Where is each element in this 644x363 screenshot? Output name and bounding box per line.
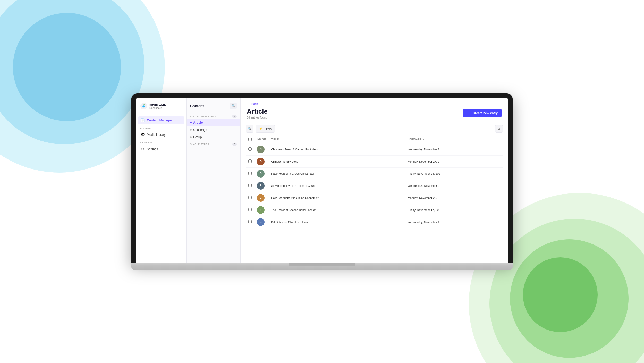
table-search-button[interactable]: 🔍 [246, 125, 253, 133]
sidebar-item-settings[interactable]: ⚙ Settings [138, 145, 184, 153]
search-icon: 🔍 [232, 104, 235, 108]
content-manager-icon: 📄 [141, 118, 145, 122]
row-title: Climate-friendly Diets [268, 155, 405, 167]
table-row[interactable]: G Have Yourself a Green Christmas! Frida… [246, 167, 503, 180]
app-name: eevie CMS [149, 103, 166, 107]
cms-application: eevie CMS Dashboard 📄 Content Manager PL… [136, 98, 508, 263]
row-checkbox[interactable] [248, 220, 252, 223]
settings-icon: ⚙ [141, 147, 145, 151]
row-checkbox[interactable] [248, 184, 252, 187]
main-content-area: ← Back Article 38 entries found + [241, 98, 508, 263]
article-thumbnail: P [257, 182, 265, 190]
filter-button[interactable]: ⚡ Filters [256, 125, 275, 133]
back-arrow-icon: ← [247, 102, 250, 106]
th-title[interactable]: TITLE [268, 136, 405, 143]
article-thumbnail: B [257, 218, 265, 226]
collection-item-group[interactable]: Group [187, 133, 240, 141]
general-section-label: GENERAL [138, 139, 184, 145]
sidebar-navigation: 📄 Content Manager PLUGINS 🖼 Media Librar… [136, 113, 186, 263]
collection-item-label: Article [193, 121, 203, 124]
articles-table: IMAGE TITLE LIVEDATE ▼ [246, 136, 503, 228]
circle-blue-mid [0, 0, 144, 144]
collection-item-challenge[interactable]: Challenge [187, 126, 240, 133]
th-image: IMAGE [254, 136, 268, 143]
title-block: Article 38 entries found [247, 107, 268, 119]
circle-blue-inner [13, 13, 121, 121]
row-livedate: Wednesday, November 2 [405, 143, 503, 155]
row-image-cell: E [254, 192, 268, 204]
row-checkbox-cell [246, 167, 254, 180]
circle-green-core [523, 257, 598, 332]
filter-icon: ⚡ [259, 127, 262, 130]
sidebar-item-media-library[interactable]: 🖼 Media Library [138, 131, 184, 139]
back-link[interactable]: ← Back [247, 102, 502, 106]
row-livedate: Monday, November 20, 2 [405, 192, 503, 204]
app-logo-icon [140, 103, 147, 110]
laptop-frame: eevie CMS Dashboard 📄 Content Manager PL… [131, 93, 513, 270]
row-image-cell: F [254, 204, 268, 216]
row-checkbox-cell [246, 143, 254, 155]
select-all-checkbox[interactable] [248, 138, 252, 141]
media-library-icon: 🖼 [141, 133, 145, 137]
sidebar: eevie CMS Dashboard 📄 Content Manager PL… [136, 98, 187, 263]
single-types-label: SINGLE TYPES [190, 143, 209, 146]
main-header: ← Back Article 38 entries found + [241, 98, 508, 122]
sidebar-item-content-manager[interactable]: 📄 Content Manager [138, 116, 184, 124]
sidebar-logo-area: eevie CMS Dashboard [136, 98, 186, 113]
table-row[interactable]: F The Power of Second-hand Fashion Frida… [246, 204, 503, 216]
row-checkbox[interactable] [248, 147, 252, 151]
table-row[interactable]: C Christmas Trees & Carbon Footprints We… [246, 143, 503, 155]
table-area: 🔍 ⚡ Filters ⚙ [241, 122, 508, 263]
table-row[interactable]: D Climate-friendly Diets Monday, Novembe… [246, 155, 503, 167]
table-row[interactable]: P Staying Positive in a Climate Crisis W… [246, 180, 503, 192]
row-livedate: Friday, November 17, 202 [405, 204, 503, 216]
collection-types-count: 3 [232, 115, 237, 118]
active-dot [190, 122, 192, 123]
circle-green-inner [510, 239, 629, 358]
single-types-section: SINGLE TYPES 0 [187, 141, 240, 147]
article-thumbnail: C [257, 146, 265, 153]
table-settings-button[interactable]: ⚙ [495, 125, 503, 133]
row-title: Staying Positive in a Climate Crisis [268, 180, 405, 192]
table-header: IMAGE TITLE LIVEDATE ▼ [246, 136, 503, 143]
inactive-dot [190, 129, 192, 131]
row-checkbox-cell [246, 192, 254, 204]
app-logo-text: eevie CMS Dashboard [149, 103, 166, 109]
sidebar-item-label: Settings [147, 147, 158, 151]
collection-item-article[interactable]: Article [187, 119, 240, 126]
row-title: How Eco-friendly is Online Shopping? [268, 192, 405, 204]
svg-point-1 [143, 106, 145, 107]
row-livedate: Wednesday, November 2 [405, 180, 503, 192]
table-row[interactable]: B Bill Gates on Climate Optimism Wednesd… [246, 216, 503, 228]
table-body: C Christmas Trees & Carbon Footprints We… [246, 143, 503, 228]
article-thumbnail: D [257, 158, 265, 165]
row-image-cell: C [254, 143, 268, 155]
row-checkbox-cell [246, 180, 254, 192]
content-search-button[interactable]: 🔍 [230, 103, 237, 109]
row-livedate: Friday, November 24, 202 [405, 167, 503, 180]
article-thumbnail: E [257, 194, 265, 202]
article-thumbnail: F [257, 206, 265, 214]
page-title: Article [247, 107, 268, 115]
plus-icon: + [467, 111, 469, 115]
row-checkbox[interactable] [248, 196, 252, 199]
row-checkbox-cell [246, 155, 254, 167]
row-title: Bill Gates on Climate Optimism [268, 216, 405, 228]
th-livedate[interactable]: LIVEDATE ▼ [405, 136, 503, 143]
row-checkbox-cell [246, 204, 254, 216]
search-icon: 🔍 [248, 127, 252, 131]
collection-item-label: Challenge [193, 128, 207, 132]
row-checkbox[interactable] [248, 159, 252, 163]
plugins-section-label: PLUGINS [138, 125, 184, 131]
single-types-count: 0 [232, 143, 237, 146]
content-panel-title: Content [190, 104, 204, 108]
row-livedate: Monday, November 27, 2 [405, 155, 503, 167]
table-row[interactable]: E How Eco-friendly is Online Shopping? M… [246, 192, 503, 204]
inactive-dot [190, 136, 192, 138]
th-checkbox [246, 136, 254, 143]
row-image-cell: D [254, 155, 268, 167]
laptop-screen-bezel: eevie CMS Dashboard 📄 Content Manager PL… [131, 93, 513, 263]
create-new-entry-button[interactable]: + + Create new entry [463, 109, 502, 117]
row-checkbox[interactable] [248, 208, 252, 211]
row-checkbox[interactable] [248, 172, 252, 175]
